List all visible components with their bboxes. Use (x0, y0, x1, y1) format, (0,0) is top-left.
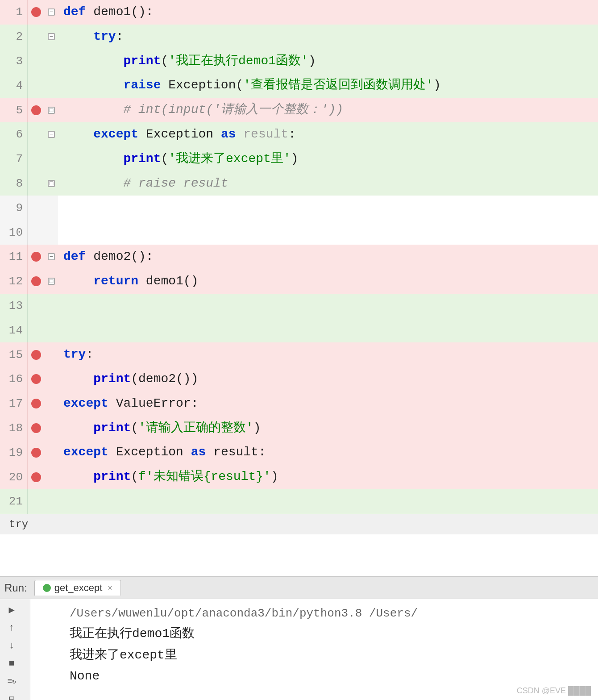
run-rerun-button[interactable]: ≡↻ (2, 673, 21, 689)
fold-area[interactable] (45, 49, 58, 74)
run-stop-button[interactable]: ■ (2, 655, 21, 671)
fold-area[interactable] (45, 392, 58, 416)
breakpoint-dot (31, 399, 41, 408)
fold-icon: − (48, 8, 55, 16)
line-number: 18 (0, 416, 28, 441)
breakpoint-area[interactable] (28, 171, 45, 196)
breakpoint-area[interactable] (28, 25, 45, 49)
code-token: demo1(): (86, 5, 153, 19)
fold-area[interactable]: − (45, 122, 58, 147)
code-token (63, 54, 123, 68)
watermark: CSDN @EVE ████ (517, 686, 591, 696)
code-row: 19except Exception as result: (0, 440, 598, 465)
breakpoint-area[interactable] (28, 367, 45, 392)
fold-area[interactable] (45, 294, 58, 318)
line-number: 2 (0, 25, 28, 49)
breakpoint-area[interactable] (28, 416, 45, 441)
fold-area[interactable] (45, 440, 58, 465)
editor-area: 1−def demo1():2− try:3 print('我正在执行demo1… (0, 0, 598, 576)
run-panel-body: ▶ ↑ ↓ ■ ≡↻ ⊟ 🖨 ↗ /Users/wuwenlu/opt/anac… (0, 599, 598, 700)
fold-area[interactable] (45, 220, 58, 245)
breakpoint-dot (31, 252, 41, 262)
fold-area[interactable]: □ (45, 269, 58, 294)
fold-area[interactable]: □ (45, 171, 58, 196)
fold-area[interactable] (45, 416, 58, 441)
breakpoint-dot (31, 7, 41, 17)
code-content: # raise result (58, 171, 598, 196)
fold-area[interactable]: − (45, 25, 58, 49)
line-number: 1 (0, 0, 28, 25)
code-token (63, 470, 93, 483)
breakpoint-dot (31, 423, 41, 433)
code-lines: 1−def demo1():2− try:3 print('我正在执行demo1… (0, 0, 598, 514)
fold-area[interactable] (45, 489, 58, 514)
breakpoint-area[interactable] (28, 196, 45, 220)
fold-icon: □ (48, 180, 55, 187)
fold-area[interactable]: □ (45, 98, 58, 122)
code-token: # raise result (63, 176, 228, 190)
run-tab[interactable]: get_except × (34, 580, 121, 596)
code-token (63, 127, 93, 141)
fold-area[interactable] (45, 367, 58, 392)
code-token: Exception (138, 127, 221, 141)
fold-area[interactable] (45, 342, 58, 367)
line-number: 19 (0, 440, 28, 465)
line-number: 12 (0, 269, 28, 294)
code-token (63, 152, 123, 166)
breakpoint-area[interactable] (28, 269, 45, 294)
breakpoint-area[interactable] (28, 392, 45, 416)
code-row: 2− try: (0, 25, 598, 49)
breakpoint-dot (31, 472, 41, 482)
breakpoint-area[interactable] (28, 440, 45, 465)
breakpoint-area[interactable] (28, 245, 45, 269)
breakpoint-area[interactable] (28, 0, 45, 25)
code-content: # int(input('请输入一个整数：')) (58, 98, 598, 122)
breakpoint-area[interactable] (28, 342, 45, 367)
code-content: return demo1() (58, 269, 598, 294)
breakpoint-area[interactable] (28, 294, 45, 318)
code-token: ValueError: (108, 396, 199, 410)
breakpoint-area[interactable] (28, 489, 45, 514)
code-token: ( (131, 470, 138, 483)
breakpoint-area[interactable] (28, 147, 45, 171)
code-row: 8□ # raise result (0, 171, 598, 196)
code-content: except ValueError: (58, 392, 598, 416)
breakpoint-area[interactable] (28, 73, 45, 98)
code-token: Exception( (161, 78, 243, 92)
fold-area[interactable] (45, 73, 58, 98)
breakpoint-area[interactable] (28, 49, 45, 74)
fold-area[interactable] (45, 465, 58, 489)
code-token: ) (253, 421, 261, 435)
code-token: '我进来了except里' (168, 152, 291, 166)
code-token: demo2(): (86, 250, 153, 263)
code-token (236, 127, 244, 141)
close-tab-button[interactable]: × (108, 583, 112, 593)
code-token: return (93, 274, 138, 288)
fold-area[interactable]: − (45, 245, 58, 269)
fold-area[interactable] (45, 318, 58, 342)
code-token: Exception (108, 445, 191, 459)
code-content (58, 220, 598, 245)
code-row: 6− except Exception as result: (0, 122, 598, 147)
breakpoint-area[interactable] (28, 220, 45, 245)
run-layout-button[interactable]: ⊟ (2, 691, 21, 700)
code-row: 20 print(f'未知错误{result}') (0, 465, 598, 489)
code-row: 3 print('我正在执行demo1函数') (0, 49, 598, 74)
code-row: 1−def demo1(): (0, 0, 598, 25)
breakpoint-area[interactable] (28, 122, 45, 147)
run-play-button[interactable]: ▶ (2, 602, 21, 618)
line-number: 3 (0, 49, 28, 74)
fold-area[interactable]: − (45, 0, 58, 25)
code-token: result: (206, 445, 266, 459)
run-down-button[interactable]: ↓ (2, 638, 21, 654)
run-up-button[interactable]: ↑ (2, 620, 21, 636)
code-content (58, 294, 598, 318)
code-content (58, 489, 598, 514)
fold-area[interactable] (45, 196, 58, 220)
breakpoint-area[interactable] (28, 318, 45, 342)
breakpoint-area[interactable] (28, 98, 45, 122)
breakpoint-area[interactable] (28, 465, 45, 489)
line-number: 11 (0, 245, 28, 269)
code-token (63, 372, 93, 386)
fold-area[interactable] (45, 147, 58, 171)
